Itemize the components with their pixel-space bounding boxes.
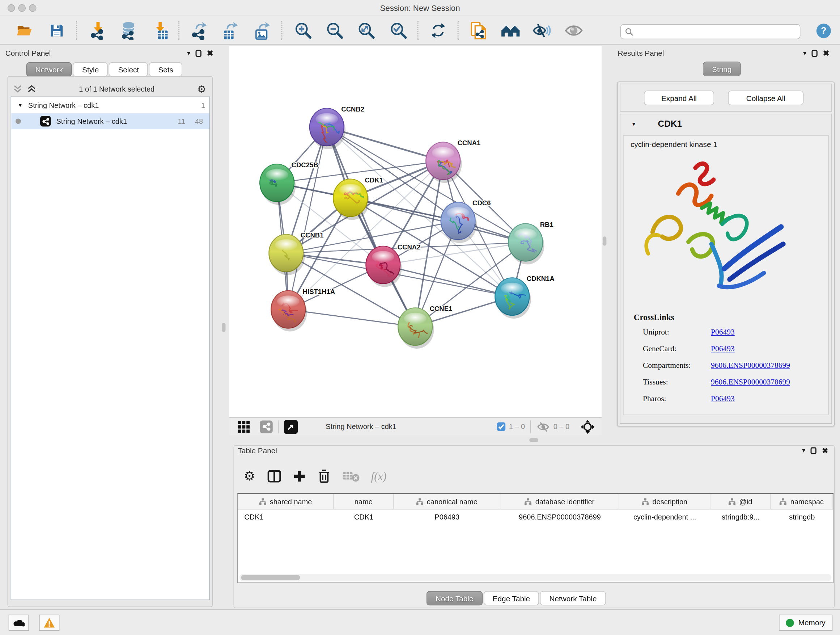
- expand-all-icon[interactable]: [27, 85, 36, 93]
- table-horizontal-scrollbar[interactable]: [240, 574, 831, 581]
- panel-float-icon[interactable]: [811, 447, 816, 454]
- delete-table-icon[interactable]: [342, 470, 359, 482]
- column-header-name[interactable]: name: [334, 494, 394, 509]
- first-neighbors-button[interactable]: [500, 21, 521, 40]
- grid-view-icon[interactable]: [237, 420, 250, 433]
- network-node-CDC6[interactable]: CDC6: [441, 199, 491, 243]
- tab-select[interactable]: Select: [109, 62, 148, 77]
- network-node-CCNB1[interactable]: CCNB1: [269, 231, 324, 275]
- left-splitter-handle[interactable]: [222, 323, 225, 332]
- string-network-graph[interactable]: CCNB2CCNA1CDC25BCDK1CDC6RB1CCNB1CCNA2CDK…: [229, 46, 602, 417]
- crosslink-link[interactable]: P06493: [711, 394, 735, 403]
- network-canvas[interactable]: CCNB2CCNA1CDC25BCDK1CDC6RB1CCNB1CCNA2CDK…: [229, 46, 602, 417]
- network-node-CDKN1A[interactable]: CDKN1A: [495, 275, 554, 318]
- section-collapse-icon[interactable]: ▾: [632, 120, 635, 127]
- delete-column-icon[interactable]: [317, 469, 330, 483]
- table-scrollbar-thumb[interactable]: [241, 575, 300, 580]
- collapse-all-icon[interactable]: [13, 85, 23, 93]
- crosslink-link[interactable]: P06493: [711, 344, 735, 353]
- results-panel-title: Results Panel: [617, 49, 664, 57]
- tab-network[interactable]: Network: [27, 62, 72, 77]
- tab-sets[interactable]: Sets: [149, 62, 182, 77]
- crosslink-row: Uniprot: P06493: [643, 328, 825, 337]
- open-session-button[interactable]: [14, 21, 35, 40]
- add-column-icon[interactable]: [293, 470, 306, 483]
- column-header-database-identifier[interactable]: database identifier: [500, 494, 619, 509]
- warnings-button[interactable]: [39, 615, 59, 631]
- network-row[interactable]: String Network – cdk1 11 48: [11, 113, 210, 129]
- expand-all-button[interactable]: Expand All: [644, 90, 714, 105]
- import-network-button[interactable]: [88, 21, 108, 40]
- table-row[interactable]: CDK1CDK1P064939606.ENSP00000378699cyclin…: [238, 509, 833, 525]
- right-splitter-handle[interactable]: [603, 236, 606, 245]
- zoom-fit-button[interactable]: [356, 21, 377, 40]
- network-options-gear-icon[interactable]: ⚙: [197, 83, 206, 95]
- import-table-button[interactable]: [151, 21, 172, 40]
- panel-float-icon[interactable]: [812, 50, 818, 57]
- memory-button[interactable]: Memory: [779, 615, 832, 631]
- traffic-light-close[interactable]: [8, 4, 15, 12]
- search-input[interactable]: [636, 27, 796, 35]
- zoom-out-button[interactable]: [325, 21, 345, 40]
- show-columns-icon[interactable]: [267, 469, 281, 483]
- zoom-selected-button[interactable]: [388, 21, 409, 40]
- panel-menu-icon[interactable]: ▾: [187, 49, 190, 57]
- show-all-button[interactable]: [564, 21, 584, 40]
- cloud-status-button[interactable]: [9, 615, 29, 631]
- panel-close-icon[interactable]: ✖: [823, 49, 829, 57]
- tab-node-table[interactable]: Node Table: [426, 591, 483, 606]
- collapse-all-button[interactable]: Collapse All: [728, 90, 804, 105]
- column-header-description[interactable]: description: [619, 494, 711, 509]
- tab-style[interactable]: Style: [73, 62, 108, 77]
- save-session-button[interactable]: [47, 21, 67, 40]
- crosslink-link[interactable]: P06493: [711, 328, 735, 337]
- column-header-namespac[interactable]: namespac: [771, 494, 833, 509]
- column-header-canonical-name[interactable]: canonical name: [393, 494, 500, 509]
- node-label-RB1: RB1: [540, 221, 554, 228]
- export-network-button[interactable]: [188, 21, 209, 40]
- network-node-CCNE1[interactable]: CCNE1: [398, 305, 452, 348]
- panel-close-icon[interactable]: ✖: [207, 49, 213, 57]
- panel-close-icon[interactable]: ✖: [822, 447, 828, 455]
- export-table-button[interactable]: [219, 21, 240, 40]
- export-image-button[interactable]: [252, 21, 272, 40]
- network-edges[interactable]: [277, 127, 526, 326]
- network-node-CCNB2[interactable]: CCNB2: [309, 105, 364, 149]
- network-node-CCNA2[interactable]: CCNA2: [366, 243, 420, 287]
- traffic-light-zoom[interactable]: [29, 4, 36, 12]
- function-builder-icon[interactable]: f(x): [371, 470, 387, 483]
- network-share-view-icon[interactable]: [260, 420, 273, 433]
- network-collection-row[interactable]: ▾ String Network – cdk1 1: [11, 97, 210, 113]
- crosslink-link[interactable]: 9606.ENSP00000378699: [711, 378, 790, 386]
- hidden-eye-icon[interactable]: [536, 421, 550, 432]
- table-options-gear-icon[interactable]: ⚙: [244, 469, 256, 484]
- clone-network-button[interactable]: [468, 21, 488, 40]
- network-node-CCNA1[interactable]: CCNA1: [426, 139, 480, 183]
- hide-selected-button[interactable]: [531, 21, 552, 40]
- fit-content-crosshair-icon[interactable]: [580, 419, 595, 434]
- column-header-shared-name[interactable]: shared name: [238, 494, 334, 509]
- zoom-in-button[interactable]: [293, 21, 313, 40]
- traffic-light-minimize[interactable]: [18, 4, 26, 12]
- table-toolbar: ⚙ f(x): [244, 466, 387, 487]
- column-header--id[interactable]: @id: [711, 494, 771, 509]
- network-node-HIST1H1A[interactable]: HIST1H1A: [271, 288, 335, 332]
- panel-float-icon[interactable]: [196, 50, 202, 57]
- crosslink-row: Compartments: 9606.ENSP00000378699: [643, 361, 825, 370]
- selected-checkbox-icon[interactable]: [497, 422, 506, 431]
- tree-expand-icon[interactable]: ▾: [19, 102, 22, 109]
- tab-network-table[interactable]: Network Table: [540, 591, 606, 606]
- tab-string[interactable]: String: [703, 62, 741, 76]
- tab-edge-table[interactable]: Edge Table: [484, 591, 539, 606]
- crosslink-link[interactable]: 9606.ENSP00000378699: [711, 361, 790, 370]
- network-node-RB1[interactable]: RB1: [508, 221, 553, 264]
- cdk1-section-header[interactable]: ▾ CDK1: [632, 119, 819, 128]
- help-button[interactable]: ?: [816, 24, 831, 38]
- birdseye-view-icon[interactable]: [284, 420, 298, 434]
- panel-menu-icon[interactable]: ▾: [803, 49, 806, 57]
- control-panel-tabs: Network Style Select Sets: [27, 62, 183, 77]
- panel-menu-icon[interactable]: ▾: [802, 447, 805, 454]
- bottom-splitter-handle[interactable]: [529, 438, 538, 442]
- import-network-from-database-button[interactable]: [118, 21, 139, 40]
- apply-layout-button[interactable]: [428, 21, 448, 40]
